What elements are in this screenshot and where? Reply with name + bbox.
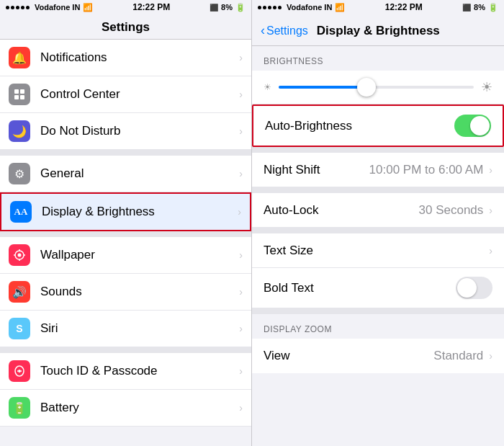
siri-label: Siri [40,321,236,336]
right-header: ‹ Settings Display & Brightness [252,14,504,46]
night-shift-chevron: › [489,164,492,176]
left-panel-title: Settings [0,14,251,40]
svg-rect-2 [14,95,19,99]
sidebar-item-general[interactable]: ⚙ General › [0,156,251,192]
sidebar-item-touch-id[interactable]: Touch ID & Passcode › [0,353,251,390]
section-group-3: Wallpaper › 🔊 Sounds › S Siri › [0,237,251,347]
text-size-row[interactable]: Text Size › [252,233,504,268]
brightness-section-header: BRIGHTNESS [252,46,504,71]
divider-1 [0,150,251,156]
bold-text-row[interactable]: Bold Text [252,268,504,308]
view-label: View [264,349,290,363]
section-group-1: 🔔 Notifications › [0,40,251,150]
settings-list: 🔔 Notifications › [0,40,251,446]
text-size-chevron: › [489,245,492,257]
right-status-left: Vodafone IN 📶 [258,3,345,12]
do-not-disturb-chevron: › [239,125,243,137]
sidebar-item-battery[interactable]: 🔋 Battery › [0,390,251,427]
auto-brightness-toggle[interactable] [454,115,491,137]
night-shift-value: 10:00 PM to 6:00 AM [369,163,484,177]
right-panel: ‹ Settings Display & Brightness BRIGHTNE… [252,14,504,446]
view-value: Standard [433,349,483,363]
sounds-chevron: › [239,286,243,298]
section-divider-brightness [252,147,504,153]
do-not-disturb-label: Do Not Disturb [40,124,236,138]
display-zoom-header: DISPLAY ZOOM [252,314,504,339]
svg-rect-0 [14,89,19,94]
bold-text-label: Bold Text [264,281,314,295]
text-size-label: Text Size [264,244,313,258]
back-label: Settings [266,24,308,37]
auto-lock-label: Auto-Lock [264,203,319,218]
section-divider-nightshift [252,187,504,193]
sidebar-item-do-not-disturb[interactable]: 🌙 Do Not Disturb › [0,113,251,150]
auto-brightness-row[interactable]: Auto-Brightness [252,104,504,147]
sidebar-item-control-center[interactable]: Control Center › [0,76,251,113]
divider-2 [0,231,251,237]
left-carrier: Vodafone IN [35,3,80,12]
auto-lock-value-group: 30 Seconds › [419,203,492,218]
brightness-slider-track[interactable] [279,86,474,89]
brightness-slider-row[interactable]: ☀ ☀ [252,71,504,104]
left-screen-icon: ⬛ [210,4,218,12]
touch-id-chevron: › [239,365,243,377]
sidebar-item-wallpaper[interactable]: Wallpaper › [0,237,251,274]
sidebar-item-display-brightness[interactable]: AA Display & Brightness › [0,192,251,231]
right-signal-dots [258,6,282,9]
view-value-group: Standard › [433,349,492,363]
brightness-slider-thumb[interactable] [357,78,376,97]
right-time: 12:22 PM [385,2,423,12]
section-group-4: Touch ID & Passcode › 🔋 Battery › [0,353,251,427]
control-center-label: Control Center [40,87,236,102]
left-panel: Settings 🔔 Notifications › [0,14,252,446]
general-chevron: › [239,168,243,179]
left-time: 12:22 PM [132,2,170,12]
svg-point-11 [19,370,21,373]
right-battery-icon: 🔋 [488,3,498,12]
sounds-label: Sounds [40,285,236,299]
section-group-2: ⚙ General › AA Display & Brightness › [0,156,251,231]
auto-brightness-label: Auto-Brightness [265,119,352,133]
back-chevron-icon: ‹ [261,23,265,38]
right-carrier: Vodafone IN [287,3,332,12]
general-icon: ⚙ [9,163,30,184]
back-button[interactable]: ‹ Settings [261,23,308,38]
right-status-right: ⬛ 8% 🔋 [462,3,498,12]
brightness-high-icon: ☀ [481,79,492,95]
view-row[interactable]: View Standard › [252,339,504,373]
toggle-knob [470,116,490,135]
night-shift-row[interactable]: Night Shift 10:00 PM to 6:00 AM › [252,153,504,187]
svg-rect-3 [20,95,24,99]
brightness-low-icon: ☀ [264,82,271,92]
auto-lock-chevron: › [489,205,492,216]
signal-dots [6,6,30,9]
right-battery-pct: 8% [474,3,485,12]
siri-chevron: › [239,323,243,334]
night-shift-label: Night Shift [264,163,320,177]
divider-3 [0,347,251,353]
wallpaper-chevron: › [239,249,243,261]
sidebar-item-notifications[interactable]: 🔔 Notifications › [0,40,251,76]
notifications-icon: 🔔 [9,47,30,68]
view-chevron: › [489,350,492,362]
wallpaper-icon [9,244,30,266]
auto-lock-row[interactable]: Auto-Lock 30 Seconds › [252,193,504,228]
wallpaper-label: Wallpaper [40,248,236,262]
sidebar-item-siri[interactable]: S Siri › [0,311,251,347]
control-center-chevron: › [239,89,243,100]
siri-icon: S [9,318,30,339]
left-battery-icon: 🔋 [235,3,246,12]
right-content: BRIGHTNESS ☀ ☀ Auto-Brightness [252,46,504,446]
bold-text-toggle[interactable] [456,277,492,299]
control-center-icon [9,84,30,105]
section-divider-autolock [252,228,504,233]
touch-id-icon [9,360,30,382]
sounds-icon: 🔊 [9,281,30,303]
display-brightness-chevron: › [238,206,241,218]
sidebar-item-sounds[interactable]: 🔊 Sounds › [0,274,251,311]
notifications-chevron: › [239,52,243,63]
general-label: General [40,166,236,181]
battery-label: Battery [40,401,236,415]
left-status-left: Vodafone IN 📶 [6,3,93,12]
brightness-slider-fill [279,86,366,89]
